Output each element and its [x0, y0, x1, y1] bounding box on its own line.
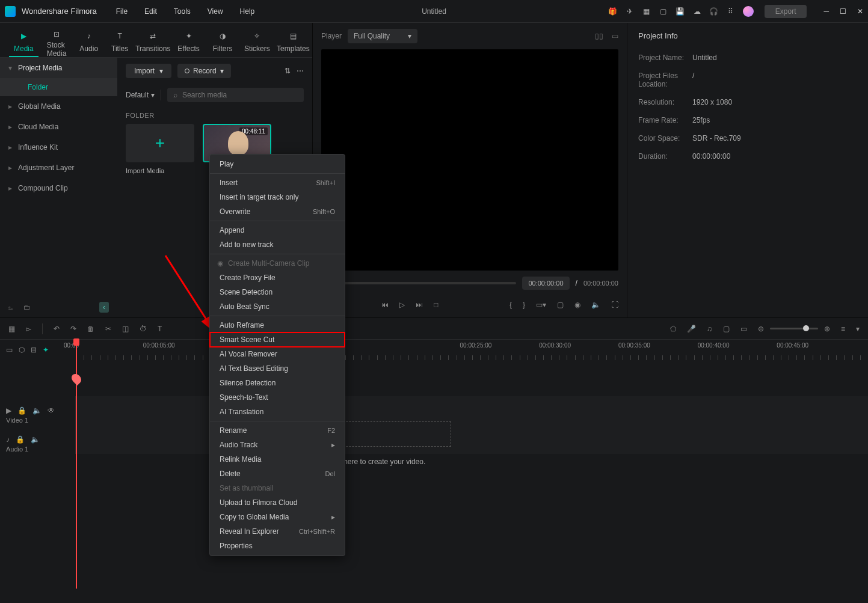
grid-icon[interactable]: ▦: [8, 325, 15, 333]
context-item-rename[interactable]: RenameF2: [210, 423, 345, 438]
playhead[interactable]: [76, 340, 77, 589]
audio-track-body[interactable]: [76, 425, 868, 454]
collapse-sidebar-button[interactable]: ‹: [99, 302, 109, 313]
more-icon[interactable]: ⋯: [297, 67, 304, 75]
chevron-down-icon[interactable]: ▾: [856, 325, 860, 333]
volume-icon[interactable]: 🔈: [591, 301, 600, 309]
zoom-out-icon[interactable]: ⊖: [758, 325, 764, 333]
marker-icon[interactable]: ⬠: [670, 325, 676, 333]
context-item-audio-track[interactable]: Audio Track▸: [210, 438, 345, 452]
sort-select[interactable]: Default ▾: [126, 91, 155, 99]
fullscreen-icon[interactable]: ⛶: [611, 301, 618, 309]
track-header-icon[interactable]: ▭: [6, 346, 13, 354]
tab-transitions[interactable]: ⇄Transitions: [137, 28, 169, 57]
sidebar-item-adjustment-layer[interactable]: ▸Adjustment Layer: [0, 158, 117, 178]
search-input[interactable]: [182, 91, 298, 99]
import-media-thumb[interactable]: +: [126, 124, 194, 162]
mute-icon[interactable]: 🔈: [32, 406, 42, 415]
zoom-slider[interactable]: [770, 328, 818, 329]
sidebar-item-project-media[interactable]: ▾Project Media: [0, 58, 117, 78]
picture-icon[interactable]: ▭: [612, 32, 618, 40]
sidebar-item-compound-clip[interactable]: ▸Compound Clip: [0, 178, 117, 198]
context-item-create-proxy-file[interactable]: Create Proxy File: [210, 271, 345, 285]
monitor-icon[interactable]: ▢: [557, 301, 564, 309]
gift-icon[interactable]: 🎁: [608, 7, 618, 16]
crop-icon[interactable]: ◫: [122, 325, 129, 333]
export-button[interactable]: Export: [765, 5, 807, 18]
send-icon[interactable]: ✈: [625, 7, 635, 16]
menu-tools[interactable]: Tools: [167, 5, 198, 18]
context-item-copy-to-global-media[interactable]: Copy to Global Media▸: [210, 510, 345, 524]
grid-icon[interactable]: ▦: [642, 7, 651, 16]
quality-select[interactable]: Full Quality▾: [348, 29, 417, 43]
context-item-play[interactable]: Play: [210, 157, 345, 171]
auto-icon[interactable]: ✦: [43, 346, 49, 354]
headphones-icon[interactable]: 🎧: [709, 7, 719, 16]
camera-icon[interactable]: ◉: [574, 301, 580, 309]
magnet-icon[interactable]: ⊟: [31, 346, 37, 354]
cloud-icon[interactable]: ☁: [692, 7, 702, 16]
timeline-ruler[interactable]: 00:00 00:00:05:00 00:00:10:00 00:00:25:0…: [76, 340, 868, 360]
context-item-append[interactable]: Append: [210, 223, 345, 237]
context-item-reveal-in-explorer[interactable]: Reveal In ExplorerCtrl+Shift+R: [210, 524, 345, 539]
sidebar-item-cloud-media[interactable]: ▸Cloud Media: [0, 117, 117, 137]
text-icon[interactable]: T: [158, 325, 162, 333]
list-icon[interactable]: ≡: [841, 325, 845, 333]
filter-icon[interactable]: ⇅: [285, 67, 291, 75]
folder-icon[interactable]: 🗀: [23, 303, 31, 311]
cut-icon[interactable]: ✂: [105, 325, 111, 333]
mute-icon[interactable]: 🔈: [31, 435, 40, 444]
sidebar-item-global-media[interactable]: ▸Global Media: [0, 96, 117, 117]
context-item-ai-text-based-editing[interactable]: AI Text Based Editing: [210, 361, 345, 376]
context-item-auto-reframe[interactable]: Auto Reframe: [210, 318, 345, 332]
delete-icon[interactable]: 🗑: [87, 325, 94, 333]
menu-view[interactable]: View: [200, 5, 230, 18]
tab-filters[interactable]: ◑Filters: [208, 28, 238, 57]
redo-icon[interactable]: ↷: [70, 325, 76, 333]
context-item-smart-scene-cut[interactable]: Smart Scene Cut: [210, 332, 345, 347]
sidebar-item-influence-kit[interactable]: ▸Influence Kit: [0, 137, 117, 158]
lock-icon[interactable]: 🔒: [17, 406, 26, 415]
play-icon[interactable]: ▷: [399, 301, 405, 309]
context-item-add-to-new-track[interactable]: Add to new track: [210, 237, 345, 252]
record-button[interactable]: Record▾: [177, 64, 231, 78]
maximize-icon[interactable]: ☐: [840, 7, 846, 16]
context-item-insert[interactable]: InsertShift+I: [210, 176, 345, 190]
compare-icon[interactable]: ▯▯: [595, 32, 603, 40]
bracket-left-icon[interactable]: {: [509, 301, 512, 309]
image-icon[interactable]: ▭: [740, 325, 747, 333]
context-item-properties[interactable]: Properties: [210, 539, 345, 553]
tab-audio[interactable]: ♪Audio: [75, 28, 103, 57]
device-icon[interactable]: ▢: [723, 325, 730, 333]
sidebar-item-folder[interactable]: Folder: [0, 78, 117, 96]
link-icon[interactable]: ⬡: [19, 346, 25, 354]
eye-icon[interactable]: 👁: [48, 406, 55, 415]
menu-file[interactable]: File: [109, 5, 135, 18]
tab-titles[interactable]: TTitles: [106, 28, 133, 57]
context-item-silence-detection[interactable]: Silence Detection: [210, 376, 345, 390]
bracket-right-icon[interactable]: }: [523, 301, 525, 309]
context-item-upload-to-filmora-cloud[interactable]: Upload to Filmora Cloud: [210, 495, 345, 510]
context-item-speech-to-text[interactable]: Speech-to-Text: [210, 390, 345, 405]
context-item-insert-in-target-track-only[interactable]: Insert in target track only: [210, 190, 345, 204]
tab-stickers[interactable]: ✧Stickers: [241, 28, 273, 57]
avatar[interactable]: [743, 6, 754, 17]
video-track-body[interactable]: [76, 396, 868, 425]
context-item-overwrite[interactable]: OverwriteShift+O: [210, 204, 345, 219]
tab-templates[interactable]: ▤Templates: [277, 28, 309, 57]
lock-icon[interactable]: 🔒: [16, 435, 25, 444]
tab-media[interactable]: ▶Media: [9, 28, 38, 57]
minimize-icon[interactable]: ─: [823, 7, 829, 16]
monitor-icon[interactable]: ▢: [659, 7, 668, 16]
context-item-ai-vocal-remover[interactable]: AI Vocal Remover: [210, 347, 345, 361]
save-icon[interactable]: 💾: [676, 7, 685, 16]
context-item-scene-detection[interactable]: Scene Detection: [210, 285, 345, 299]
close-icon[interactable]: ✕: [857, 7, 863, 16]
menu-help[interactable]: Help: [233, 5, 262, 18]
apps-icon[interactable]: ⠿: [726, 7, 736, 16]
next-icon[interactable]: ⏭: [416, 301, 423, 309]
undo-icon[interactable]: ↶: [54, 325, 60, 333]
context-item-auto-beat-sync[interactable]: Auto Beat Sync: [210, 299, 345, 314]
import-button[interactable]: Import▾: [126, 64, 171, 78]
context-item-ai-translation[interactable]: AI Translation: [210, 405, 345, 419]
